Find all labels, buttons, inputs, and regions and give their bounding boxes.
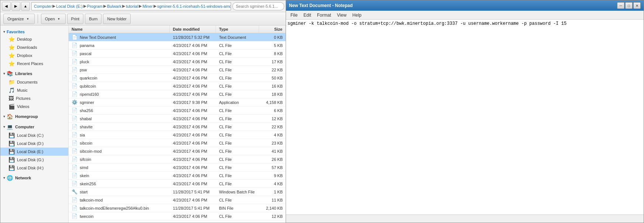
menu-help[interactable]: Help <box>349 12 365 18</box>
table-row[interactable]: 📄quarkcoin4/23/2017 4:06 PMCL File50 KB <box>69 74 286 82</box>
file-type-cell: CL File <box>216 83 259 89</box>
open-button[interactable]: Open ▾ <box>41 14 66 24</box>
table-row[interactable]: 🔧start11/28/2017 5:41 PMWindows Batch Fi… <box>69 188 286 196</box>
file-name-cell: 📄psw <box>69 66 170 74</box>
path-drive-e[interactable]: Local Disk (E:) <box>56 4 83 9</box>
network-icon: 🌐 <box>7 175 13 181</box>
organize-button[interactable]: Organize ▾ <box>3 14 35 24</box>
new-folder-button[interactable]: New folder <box>103 14 131 24</box>
path-computer[interactable]: Computer <box>34 4 52 9</box>
drive-h-icon: 💾 <box>8 165 15 171</box>
address-path[interactable]: Computer ▶ Local Disk (E:) ▶ Program ▶ B… <box>31 2 231 10</box>
path-miner[interactable]: Miner <box>142 4 153 9</box>
open-label: Open <box>45 17 55 21</box>
path-tutorial[interactable]: tutorial <box>126 4 138 9</box>
file-type-cell: CL File <box>216 42 259 49</box>
search-input[interactable] <box>233 2 284 10</box>
table-row[interactable]: 📄shabal4/23/2017 4:06 PMCL File12 KB <box>69 115 286 123</box>
sidebar-item-label: Recent Places <box>17 61 43 66</box>
sidebar-item-desktop[interactable]: ⭐ Desktop <box>0 35 68 43</box>
file-size-cell: 2,140 KB <box>259 205 286 212</box>
open-dropdown-icon: ▾ <box>56 17 62 21</box>
file-type-cell: CL File <box>216 180 259 187</box>
sidebar-item-local-g[interactable]: 💾 Local Disk (G:) <box>0 156 68 164</box>
col-header-type[interactable]: Type <box>216 26 259 33</box>
table-row[interactable]: 📄sha2564/23/2017 4:06 PMCL File6 KB <box>69 107 286 115</box>
file-icon: 📄 <box>72 213 78 219</box>
table-row[interactable]: 📄panama4/23/2017 4:06 PMCL File5 KB <box>69 41 286 50</box>
menu-view[interactable]: View <box>334 12 349 18</box>
table-row[interactable]: 📄pluck4/23/2017 4:06 PMCL File17 KB <box>69 58 286 66</box>
path-sgminer[interactable]: sgminer-5.6.1-nicehash-51-windows-amd64 <box>157 4 231 9</box>
print-button[interactable]: Print <box>67 14 84 24</box>
favorites-label: Favorites <box>7 30 25 34</box>
sidebar-item-documents[interactable]: 📁 Documents <box>0 78 68 86</box>
computer-header[interactable]: ▾ 💻 Computer <box>0 122 68 131</box>
sidebar-item-local-d[interactable]: 💾 Local Disk (D:) <box>0 139 68 148</box>
menu-edit[interactable]: Edit <box>300 12 314 18</box>
file-type-cell: CL File <box>216 156 259 163</box>
minimize-button[interactable]: ─ <box>617 2 624 9</box>
network-header[interactable]: ▾ 🌐 Network <box>0 173 68 182</box>
col-header-date[interactable]: Date modified <box>170 26 216 33</box>
close-button[interactable]: ✕ <box>633 2 641 9</box>
sidebar-item-local-h[interactable]: 💾 Local Disk (H:) <box>0 164 68 172</box>
table-row[interactable]: 📄simd4/23/2017 4:06 PMCL File57 KB <box>69 163 286 172</box>
table-row[interactable]: 📄sibcoin-mod4/23/2017 4:06 PMCL File41 K… <box>69 147 286 155</box>
sidebar-item-recent-places[interactable]: ⭐ Recent Places <box>0 60 68 68</box>
table-row[interactable]: 📄pascal4/23/2017 4:06 PMCL File8 KB <box>69 50 286 58</box>
sidebar-item-music[interactable]: 🎵 Music <box>0 86 68 94</box>
col-header-size[interactable]: Size <box>259 26 286 33</box>
table-row[interactable]: 📄twecoin4/23/2017 4:06 PMCL File12 KB <box>69 212 286 220</box>
main-area: ▾ Favorites ⭐ Desktop ⭐ Downloads ⭐ Drop… <box>0 26 286 223</box>
file-icon: 📄 <box>72 140 78 146</box>
menu-file[interactable]: File <box>287 12 300 18</box>
libraries-header[interactable]: ▾ 📚 Libraries <box>0 69 68 78</box>
table-row[interactable]: 📄sifcoin4/23/2017 4:06 PMCL File26 KB <box>69 155 286 163</box>
sidebar-item-dropbox[interactable]: ⭐ Dropbox <box>0 51 68 60</box>
table-row[interactable]: 📄sia4/23/2017 4:06 PMCL File4 KB <box>69 131 286 139</box>
path-bulwark[interactable]: Bulwark <box>107 4 121 9</box>
file-date-cell: 4/23/2017 4:06 PM <box>170 164 216 171</box>
file-name-text: talkcoin-mod <box>80 198 103 202</box>
table-row[interactable]: 📄skein2564/23/2017 4:06 PMCL File4 KB <box>69 180 286 188</box>
table-row[interactable]: 📄talkcoin-mod4/23/2017 4:06 PMCL File11 … <box>69 196 286 204</box>
notepad-content[interactable]: sgminer -k talkcoin-mod -o stratum+tcp:/… <box>286 20 644 214</box>
file-name-text: quarkcoin <box>80 76 97 80</box>
maximize-button[interactable]: □ <box>625 2 633 9</box>
table-row[interactable]: 📄skein4/23/2017 4:06 PMCL File9 KB <box>69 172 286 180</box>
back-button[interactable]: ◀ <box>2 2 11 11</box>
libraries-arrow: ▾ <box>3 72 5 75</box>
table-row[interactable]: 📄New Text Document11/28/2017 5:32 PMText… <box>69 33 286 41</box>
file-icon: 📄 <box>72 116 78 121</box>
window-controls: ─ □ ✕ <box>617 2 641 9</box>
file-date-cell: 4/23/2017 4:06 PM <box>170 107 216 114</box>
table-row[interactable]: 📄shavite4/23/2017 4:06 PMCL File22 KB <box>69 123 286 131</box>
file-rows-container: 📄New Text Document11/28/2017 5:32 PMText… <box>69 33 286 220</box>
sidebar-item-pictures[interactable]: 🖼 Pictures <box>0 94 68 102</box>
up-button[interactable]: ▲ <box>21 2 30 11</box>
table-row[interactable]: 📄sibcoin4/23/2017 4:06 PMCL File23 KB <box>69 139 286 147</box>
favorites-header[interactable]: ▾ Favorites <box>0 28 68 35</box>
file-date-cell: 11/28/2017 5:41 PM <box>170 205 216 212</box>
forward-button[interactable]: ▶ <box>11 2 20 11</box>
file-name-cell: 📄quarkcoin <box>69 74 170 82</box>
path-program[interactable]: Program <box>87 4 103 9</box>
sidebar-item-videos[interactable]: 🎬 Videos <box>0 102 68 111</box>
file-date-cell: 4/23/2017 4:06 PM <box>170 148 216 155</box>
table-row[interactable]: ⚙️sgminer4/23/2017 9:38 PMApplication4,1… <box>69 98 286 107</box>
table-row[interactable]: 📄psw4/23/2017 4:06 PMCL File22 KB <box>69 66 286 74</box>
sidebar-item-local-c[interactable]: 💾 Local Disk (C:) <box>0 131 68 139</box>
col-header-name[interactable]: Name <box>69 26 170 33</box>
table-row[interactable]: 📄ripemd1604/23/2017 4:06 PMCL File18 KB <box>69 90 286 98</box>
menu-format[interactable]: Format <box>314 12 334 18</box>
network-label: Network <box>15 176 31 180</box>
desktop-icon: ⭐ <box>8 36 15 42</box>
sidebar-item-downloads[interactable]: ⭐ Downloads <box>0 43 68 51</box>
file-size-cell: 5 KB <box>259 42 286 49</box>
table-row[interactable]: 📄qubitcoin4/23/2017 4:06 PMCL File16 KB <box>69 82 286 90</box>
sidebar-item-local-e[interactable]: 💾 Local Disk (E:) <box>0 148 68 156</box>
homegroup-header[interactable]: ▾ 🏠 Homegroup <box>0 112 68 121</box>
table-row[interactable]: 📄talkcoin-modEllesmeregw256l4ku0.bin11/2… <box>69 204 286 212</box>
burn-button[interactable]: Burn <box>85 14 101 24</box>
